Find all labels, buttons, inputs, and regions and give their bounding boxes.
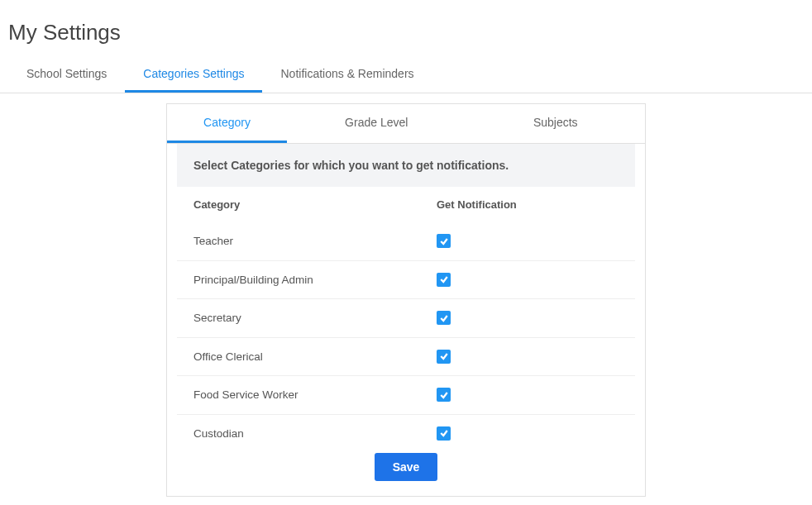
check-icon [439, 428, 449, 438]
table-row: Teacher [177, 222, 635, 261]
tab-school-settings[interactable]: School Settings [8, 59, 125, 93]
category-name: Office Clerical [193, 350, 437, 363]
instruction-text: Select Categories for which you want to … [177, 144, 635, 187]
sub-tabs: Category Grade Level Subjects [167, 104, 645, 144]
notification-checkbox[interactable] [437, 273, 451, 287]
notification-checkbox[interactable] [437, 234, 451, 248]
sub-tab-subjects[interactable]: Subjects [466, 104, 646, 143]
table-row: Secretary [177, 299, 635, 338]
button-row: Save [167, 441, 645, 496]
table-row: Custodian [177, 415, 635, 442]
tab-categories-settings[interactable]: Categories Settings [125, 59, 262, 93]
table-row: Office Clerical [177, 338, 635, 377]
category-list-scroll[interactable]: Category Get Notification Teacher Princi… [177, 187, 635, 441]
notification-checkbox[interactable] [437, 350, 451, 364]
category-name: Food Service Worker [193, 388, 437, 401]
category-name: Custodian [193, 427, 437, 440]
table-row: Principal/Building Admin [177, 261, 635, 300]
sub-tab-category[interactable]: Category [167, 104, 287, 143]
main-tabs: School Settings Categories Settings Noti… [0, 59, 812, 93]
table-header: Category Get Notification [177, 187, 635, 222]
save-button[interactable]: Save [375, 453, 438, 481]
category-name: Teacher [193, 235, 437, 247]
sub-tab-grade-level[interactable]: Grade Level [287, 104, 466, 143]
check-icon [439, 236, 449, 246]
check-icon [439, 313, 449, 323]
notification-checkbox[interactable] [437, 426, 451, 441]
notification-checkbox[interactable] [437, 388, 451, 402]
table-row: Food Service Worker [177, 376, 635, 415]
settings-panel: Category Grade Level Subjects Select Cat… [166, 103, 646, 497]
header-category: Category [193, 198, 437, 211]
check-icon [439, 274, 449, 284]
category-name: Principal/Building Admin [193, 274, 437, 286]
category-name: Secretary [193, 312, 437, 324]
notification-checkbox[interactable] [437, 311, 451, 325]
page-title: My Settings [0, 0, 812, 59]
tab-notifications-reminders[interactable]: Notifications & Reminders [262, 59, 432, 93]
check-icon [439, 390, 449, 400]
header-notification: Get Notification [437, 198, 619, 211]
check-icon [439, 351, 449, 361]
